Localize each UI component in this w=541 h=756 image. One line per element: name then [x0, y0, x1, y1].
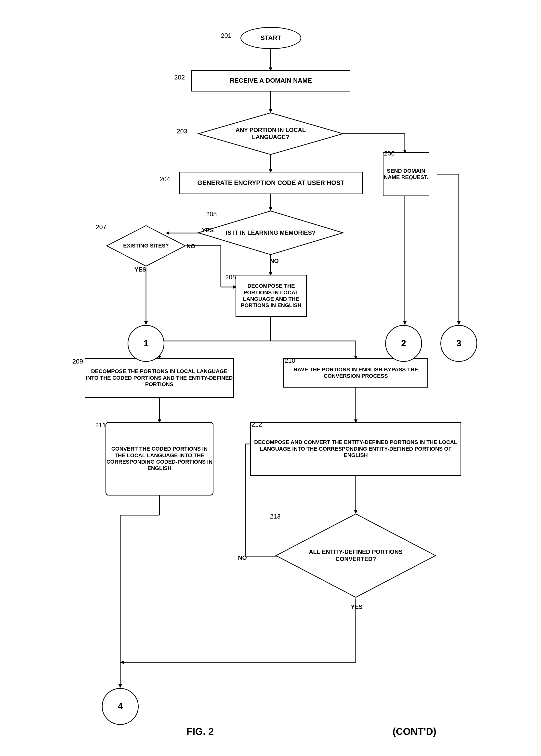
- yes-label-213: YES: [351, 603, 363, 610]
- node-205: IS IT IN LEARNING MEMORIES?: [197, 210, 344, 256]
- connector-1: 1: [128, 325, 164, 362]
- svg-marker-22: [403, 321, 406, 325]
- label-201: 201: [221, 32, 232, 40]
- svg-marker-25: [457, 321, 460, 325]
- label-207: 207: [96, 223, 106, 231]
- fig-label: FIG. 2: [187, 726, 214, 737]
- label-211: 211: [95, 421, 106, 429]
- svg-marker-16: [144, 321, 148, 325]
- node-206: SEND DOMAIN NAME REQUEST.: [383, 152, 429, 196]
- contd-label: (CONT'D): [392, 726, 436, 737]
- node-202: RECEIVE A DOMAIN NAME: [191, 70, 350, 92]
- label-210: 210: [284, 357, 295, 364]
- label-212: 212: [252, 421, 262, 428]
- svg-marker-48: [120, 660, 124, 664]
- node-213: ALL ENTITY-DEFINED PORTIONS CONVERTED?: [275, 513, 437, 598]
- node-210: HAVE THE PORTIONS IN ENGLISH BYPASS THE …: [283, 358, 428, 388]
- start-node: START: [241, 27, 301, 49]
- label-204: 204: [160, 176, 170, 183]
- connector-4: 4: [102, 688, 139, 725]
- no-label-213: NO: [238, 555, 247, 561]
- label-209: 209: [72, 358, 83, 365]
- yes-label-207: YES: [135, 266, 146, 273]
- label-203: 203: [177, 128, 187, 135]
- node-208: DECOMPOSE THE PORTIONS IN LOCAL LANGUAGE…: [236, 275, 307, 317]
- node-207: EXISTING SITES?: [106, 224, 187, 267]
- label-208: 208: [225, 273, 236, 281]
- connector-2: 2: [385, 325, 422, 362]
- connector-3: 3: [440, 325, 477, 362]
- node-211: CONVERT THE CODED PORTIONS IN THE LOCAL …: [106, 422, 214, 496]
- label-213: 213: [270, 513, 280, 520]
- label-205: 205: [206, 210, 217, 218]
- flowchart-diagram: START 201 RECEIVE A DOMAIN NAME 202 ANY …: [0, 0, 541, 756]
- node-203: ANY PORTION IN LOCAL LANGUAGE?: [197, 112, 344, 156]
- node-204: GENERATE ENCRYPTION CODE AT USER HOST: [179, 172, 363, 194]
- no-label-207: NO: [187, 243, 195, 250]
- label-202: 202: [174, 74, 185, 81]
- no-label-205: NO: [270, 257, 279, 264]
- node-212: DECOMPOSE AND CONVERT THE ENTITY-DEFINED…: [250, 422, 461, 476]
- yes-label-205: YES: [202, 227, 214, 234]
- node-209: DECOMPOSE THE PORTIONS IN LOCAL LANGUAGE…: [85, 358, 234, 398]
- svg-marker-50: [119, 684, 122, 688]
- label-206: 206: [384, 150, 394, 157]
